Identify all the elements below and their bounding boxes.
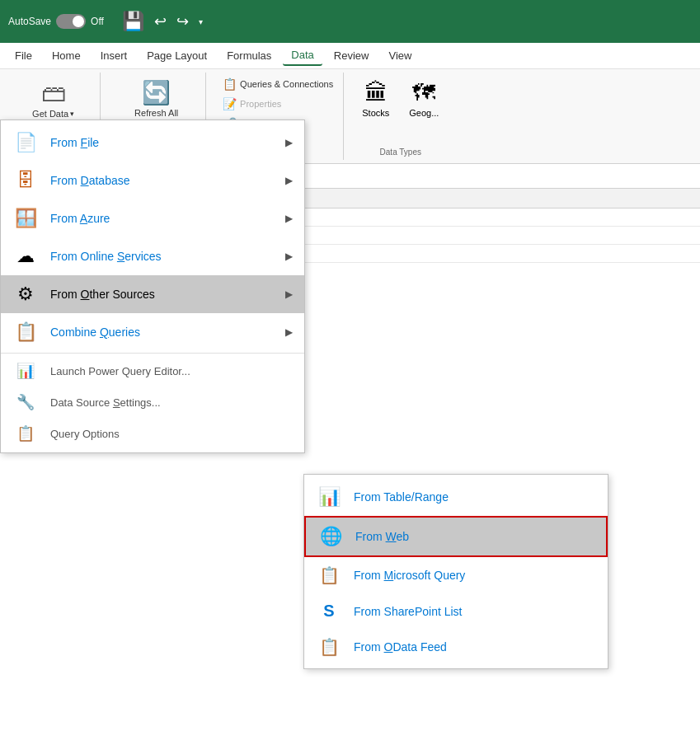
- from-other-sources-menu-icon: ⚙: [12, 283, 39, 305]
- stocks-geo-buttons: 🏛 Stocks 🗺 Geog...: [357, 76, 444, 121]
- submenu-item-from-web[interactable]: 🌐 From Web: [304, 516, 608, 557]
- launch-pq-label: Launch Power Query Editor...: [50, 365, 190, 377]
- get-data-button[interactable]: 🗃 Get Data ▾: [29, 76, 78, 122]
- from-table-range-label: From Table/Range: [354, 490, 449, 504]
- from-file-chevron: ▶: [285, 137, 293, 148]
- menu-item-from-file[interactable]: 📄 From File ▶: [1, 124, 304, 162]
- submenu-item-from-odata[interactable]: 📋 From OData Feed: [304, 629, 608, 665]
- geography-button[interactable]: 🗺 Geog...: [404, 76, 444, 121]
- refresh-all-button[interactable]: 🔄 Refresh All: [128, 76, 185, 121]
- data-types-group: 🏛 Stocks 🗺 Geog... Data Types: [350, 73, 450, 160]
- get-data-dropdown-overlay: 📄 From File ▶ 🗄 From Database ▶ 🪟 From A…: [0, 119, 305, 453]
- quick-access-dropdown[interactable]: ▾: [199, 17, 203, 26]
- autosave-toggle[interactable]: [56, 14, 86, 29]
- from-online-services-menu-label: From Online Services: [50, 250, 274, 263]
- menu-data[interactable]: Data: [283, 45, 322, 66]
- get-data-arrow: ▾: [70, 110, 74, 118]
- submenu-item-from-sharepoint[interactable]: S From SharePoint List: [304, 593, 608, 629]
- properties-button[interactable]: 📝 Properties: [219, 96, 336, 112]
- from-ms-query-icon: 📋: [316, 565, 342, 585]
- menu-item-from-azure[interactable]: 🪟 From Azure ▶: [1, 199, 304, 237]
- submenu-from-other-sources: 📊 From Table/Range 🌐 From Web 📋 From Mic…: [303, 474, 608, 669]
- data-types-group-label: Data Types: [380, 146, 421, 157]
- menu-item-data-source-settings[interactable]: 🔧 Data Source Settings...: [1, 387, 304, 418]
- from-sharepoint-label: From SharePoint List: [354, 605, 463, 618]
- from-table-icon: 📊: [316, 486, 342, 508]
- queries-icon: 📋: [223, 77, 237, 91]
- stocks-label: Stocks: [362, 108, 389, 118]
- from-database-chevron: ▶: [285, 175, 293, 186]
- menu-separator-1: [1, 353, 304, 354]
- from-online-services-chevron: ▶: [285, 251, 293, 262]
- menu-view[interactable]: View: [380, 46, 420, 65]
- from-file-menu-label: From File: [50, 136, 274, 149]
- menu-item-launch-power-query[interactable]: 📊 Launch Power Query Editor...: [1, 355, 304, 387]
- autosave-off: Off: [91, 16, 104, 27]
- menu-item-from-other-sources[interactable]: ⚙ From Other Sources ▶: [1, 275, 304, 313]
- from-file-menu-icon: 📄: [12, 132, 39, 153]
- menu-insert[interactable]: Insert: [92, 46, 136, 65]
- stocks-icon: 🏛: [364, 79, 388, 106]
- autosave-text: AutoSave: [8, 16, 51, 27]
- from-microsoft-query-label: From Microsoft Query: [354, 569, 465, 582]
- from-online-services-menu-icon: ☁: [12, 246, 39, 267]
- submenu-item-from-microsoft-query[interactable]: 📋 From Microsoft Query: [304, 557, 608, 593]
- redo-icon[interactable]: ↪: [176, 12, 189, 30]
- refresh-all-label: Refresh All: [134, 108, 178, 118]
- from-other-sources-menu-label: From Other Sources: [50, 288, 274, 301]
- menu-bar: File Home Insert Page Layout Formulas Da…: [0, 43, 700, 69]
- queries-connections-label: Queries & Connections: [240, 79, 333, 89]
- launch-pq-icon: 📊: [12, 362, 39, 380]
- from-database-menu-label: From Database: [50, 174, 274, 187]
- queries-connections-button[interactable]: 📋 Queries & Connections: [219, 76, 336, 92]
- from-azure-chevron: ▶: [285, 213, 293, 224]
- get-data-label: Get Data: [32, 109, 68, 119]
- properties-icon: 📝: [223, 97, 237, 110]
- get-data-icon: 🗃: [41, 79, 66, 107]
- from-other-sources-chevron: ▶: [285, 288, 293, 300]
- undo-icon[interactable]: ↩: [154, 12, 167, 30]
- submenu-item-from-table-range[interactable]: 📊 From Table/Range: [304, 478, 608, 516]
- menu-home[interactable]: Home: [44, 46, 89, 65]
- menu-item-query-options[interactable]: 📋 Query Options: [1, 418, 304, 449]
- menu-review[interactable]: Review: [326, 46, 378, 65]
- stocks-button[interactable]: 🏛 Stocks: [357, 76, 394, 121]
- menu-item-combine-queries[interactable]: 📋 Combine Queries ▶: [1, 313, 304, 351]
- menu-file[interactable]: File: [7, 46, 40, 65]
- data-source-settings-icon: 🔧: [12, 393, 39, 411]
- menu-item-from-online-services[interactable]: ☁ From Online Services ▶: [1, 237, 304, 275]
- title-bar: AutoSave Off 💾 ↩ ↪ ▾: [0, 0, 700, 43]
- from-sharepoint-icon: S: [316, 602, 342, 621]
- menu-item-from-database[interactable]: 🗄 From Database ▶: [1, 162, 304, 199]
- refresh-icon: 🔄: [142, 79, 171, 106]
- geography-icon: 🗺: [412, 79, 435, 106]
- geography-label: Geog...: [409, 108, 439, 118]
- menu-formulas[interactable]: Formulas: [218, 46, 280, 65]
- toggle-knob: [73, 16, 84, 27]
- combine-queries-menu-label: Combine Queries: [50, 326, 274, 339]
- combine-queries-menu-icon: 📋: [12, 321, 39, 343]
- from-azure-menu-icon: 🪟: [12, 208, 39, 229]
- save-icon[interactable]: 💾: [122, 11, 144, 32]
- combine-queries-chevron: ▶: [285, 326, 293, 338]
- main-dropdown-menu: 📄 From File ▶ 🗄 From Database ▶ 🪟 From A…: [0, 119, 305, 453]
- from-odata-label: From OData Feed: [354, 640, 447, 654]
- query-options-icon: 📋: [12, 424, 39, 443]
- query-options-label: Query Options: [50, 428, 120, 440]
- from-odata-icon: 📋: [316, 637, 342, 657]
- menu-page-layout[interactable]: Page Layout: [139, 46, 215, 65]
- autosave-label: AutoSave Off: [8, 14, 104, 29]
- properties-label: Properties: [240, 99, 281, 109]
- data-source-settings-label: Data Source Settings...: [50, 396, 161, 409]
- from-web-label: From Web: [355, 530, 409, 543]
- from-azure-menu-label: From Azure: [50, 212, 274, 225]
- from-database-menu-icon: 🗄: [12, 170, 39, 191]
- from-web-submenu-icon: 🌐: [317, 526, 344, 547]
